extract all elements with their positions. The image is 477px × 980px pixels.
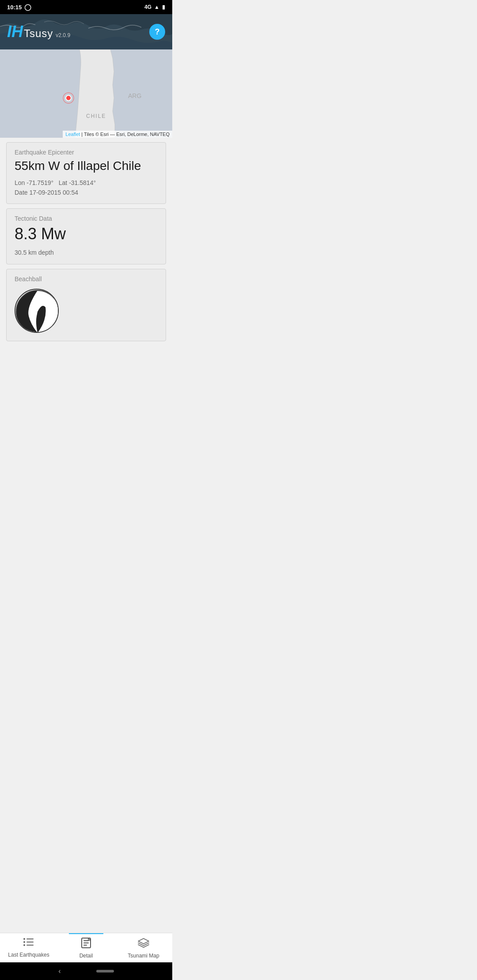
svg-point-4 — [66, 95, 71, 101]
epicenter-label: Earthquake Epicenter — [15, 149, 158, 156]
status-bar: 10:15 ◯ 4G ▲ ▮ — [0, 0, 172, 14]
beachball-section: Beachball — [6, 269, 166, 341]
map-svg: ARG CHILE — [0, 49, 172, 138]
latitude: Lat -31.5814° — [59, 179, 96, 186]
svg-text:CHILE: CHILE — [86, 113, 106, 119]
help-icon: ? — [155, 27, 160, 37]
epicenter-card: Earthquake Epicenter 55km W of Illapel C… — [6, 142, 166, 204]
logo-ih: IH — [7, 24, 23, 40]
depth-value: 30.5 km depth — [15, 248, 158, 257]
beachball-label: Beachball — [15, 275, 158, 283]
header-logo: IH Tsusy v2.0.9 — [7, 24, 70, 40]
epicenter-coords: Lon -71.7519° Lat -31.5814° Date 17-09-2… — [15, 178, 158, 198]
time-display: 10:15 — [7, 4, 22, 11]
beachball-diagram — [15, 289, 59, 333]
tectonic-label: Tectonic Data — [15, 215, 158, 222]
longitude: Lon -71.7519° — [15, 179, 53, 186]
app-header: IH Tsusy v2.0.9 ? — [0, 14, 172, 49]
help-button[interactable]: ? — [149, 24, 165, 40]
attribution-suffix: | Tiles © Esri — Esri, DeLorme, NAVTEQ — [80, 132, 170, 137]
svg-text:ARG: ARG — [128, 92, 141, 99]
map-background: ARG CHILE — [0, 49, 172, 138]
network-indicator: 4G — [144, 4, 151, 10]
map-container[interactable]: ARG CHILE Leaflet | Tiles © Esri — Esri,… — [0, 49, 172, 138]
logo-appname: Tsusy — [24, 27, 53, 40]
status-right: 4G ▲ ▮ — [144, 4, 165, 10]
magnitude-value: 8.3 Mw — [15, 225, 158, 243]
tectonic-card: Tectonic Data 8.3 Mw 30.5 km depth — [6, 208, 166, 264]
scroll-content: ARG CHILE Leaflet | Tiles © Esri — Esri,… — [0, 49, 172, 403]
date: Date 17-09-2015 00:54 — [15, 189, 78, 196]
leaflet-link[interactable]: Leaflet — [65, 132, 80, 137]
status-left: 10:15 ◯ — [7, 4, 31, 11]
epicenter-title: 55km W of Illapel Chile — [15, 158, 158, 173]
logo-version: v2.0.9 — [56, 32, 70, 38]
battery-icon: ▮ — [162, 4, 165, 10]
map-attribution: Leaflet | Tiles © Esri — Esri, DeLorme, … — [63, 131, 172, 138]
signal-icon: ▲ — [154, 4, 159, 10]
cloud-icon: ◯ — [24, 4, 31, 11]
